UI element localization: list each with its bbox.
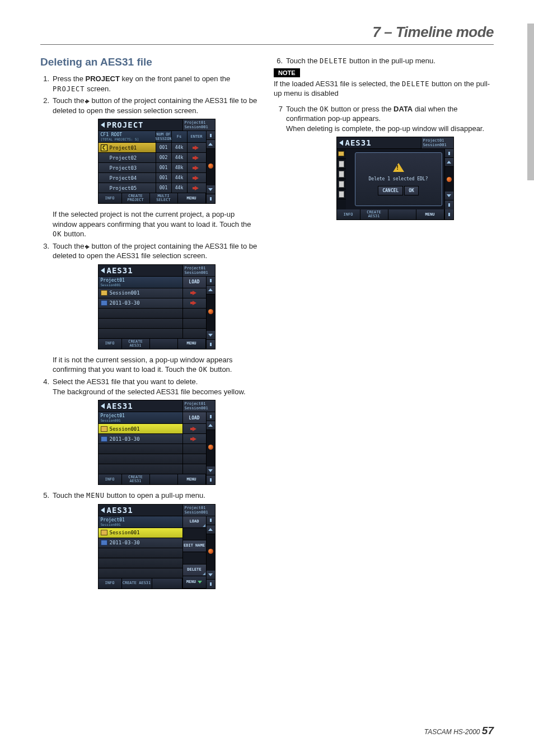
warning-icon [393,163,404,172]
folder-icon [101,530,107,535]
step-num: 7 [274,104,283,134]
note-text: If the loaded AES31 file is selected, th… [274,79,494,99]
cancel-button[interactable]: CANCEL [378,186,403,195]
arrow-right-icon [195,146,199,150]
project-row[interactable]: Project04 001 44k [99,173,206,183]
current-marker-icon: C [101,144,107,151]
info-button[interactable]: INFO [99,578,122,589]
document-icon [339,181,344,188]
folder-icon [101,540,107,545]
lcd-aes31-screen-selected: AES31 Project01Session001 Project01Sessi… [98,400,216,485]
menu-button[interactable]: MENU [178,339,206,349]
side-icon-column [337,149,346,209]
page-footer: TASCAM HS-2000 57 [424,725,494,737]
scrollbar[interactable] [206,277,215,349]
step-body: Select the AES31 file that you want to d… [53,377,260,396]
back-icon[interactable] [101,122,105,128]
ok-button[interactable]: OK [404,186,419,195]
create-project-button[interactable]: CREATE PROJECT [122,193,150,203]
lcd-subtitle: Project01 Session001 [182,119,215,130]
back-icon[interactable] [339,140,343,146]
info-button[interactable]: INFO [99,193,122,203]
enter-button[interactable] [187,173,206,183]
project-row[interactable]: CProject01 001 44k [99,143,206,153]
folder-icon [338,151,344,156]
create-aes31-button[interactable]: CREATE AES31 [122,339,150,349]
document-icon [339,171,344,178]
arrow-right-icon [86,245,90,249]
load-button[interactable]: LOAD [182,412,206,423]
back-icon[interactable] [101,268,105,273]
info-button[interactable]: INFO [99,339,122,349]
lcd-subtitle: Project01Session001 [182,265,215,276]
step-body: Press the PROJECT key on the front panel… [53,74,260,94]
scrollbar[interactable] [444,149,453,209]
project-row[interactable]: Project02 002 44k [99,153,206,163]
section-title: Deleting an AES31 file [40,56,260,68]
note-badge: NOTE [274,68,300,77]
aes31-row[interactable]: 2011-03-30 [99,538,182,548]
lcd-path: CF1 ROOT [TOTAL PROJECTS: 5] [99,131,156,142]
enter-button[interactable] [187,143,206,152]
col-header: Fs [171,131,187,142]
create-aes31-button[interactable]: CREATE AES31 [360,209,388,220]
scroll-down-icon[interactable] [207,185,215,194]
menu-button[interactable]: MENU [178,193,206,203]
back-icon[interactable] [101,403,105,409]
arrow-right-icon [86,99,90,104]
aes31-row[interactable]: Session001 [99,528,182,538]
menu-button[interactable]: MENU [183,576,206,589]
step-num: 1. [40,74,49,94]
enter-button[interactable] [182,434,206,444]
create-aes31-button[interactable]: CREATE AES31 [122,578,152,589]
step-body: Touch the OK button or press the DATA di… [286,104,494,134]
step-num: 2. [40,96,49,115]
enter-button[interactable] [182,298,206,308]
create-aes31-button[interactable]: CREATE AES31 [122,474,150,484]
enter-button[interactable] [187,163,206,172]
lcd-path: Project01Session001 [99,412,182,423]
info-button[interactable]: INFO [99,474,122,484]
footer-brand: TASCAM HS-2000 [424,728,480,736]
multi-select-button[interactable]: MULTI SELECT [150,193,178,203]
chapter-header: 7 – Timeline mode [40,24,494,45]
pullup-load-button[interactable]: LOAD [183,516,206,529]
step-num: 4. [40,377,49,396]
pullup-edit-name-button[interactable]: EDIT NAME [183,540,206,553]
step-num: 5. [40,491,49,501]
load-button[interactable]: LOAD [182,277,206,288]
project-row[interactable]: Project03 001 48k [99,163,206,173]
lcd-aes31-screen: AES31 Project01Session001 Project01Sessi… [98,264,216,349]
scrollbar[interactable] [206,516,215,589]
aes31-row[interactable]: 2011-03-30 [99,298,206,309]
lcd-title: AES31 [107,266,133,275]
scroll-up-icon[interactable] [207,140,215,149]
menu-button[interactable]: MENU [178,474,206,484]
enter-button[interactable] [187,183,206,193]
project-row[interactable]: Project05 001 44k [99,183,206,193]
scroll-top-icon[interactable] [207,131,215,140]
enter-button[interactable] [182,288,206,298]
page-number: 57 [482,725,494,736]
menu-button[interactable]: MENU [416,209,444,220]
folder-icon [101,290,107,296]
step-body: Touch the MENU button to open a pull-up … [53,491,260,501]
document-icon [339,161,344,167]
step-body: Touch the button of the project containi… [53,241,260,261]
scroll-bottom-icon[interactable] [207,194,215,203]
scroll-thumb-icon[interactable] [208,164,213,169]
lcd-project-screen: PROJECT Project01 Session001 CF1 ROOT [98,119,216,204]
aes31-row[interactable]: 2011-03-30 [99,434,206,444]
info-button[interactable]: INFO [337,209,360,220]
enter-button[interactable] [182,424,206,433]
lcd-confirm-screen: AES31 Project01Session001 [336,137,454,220]
back-icon[interactable] [101,507,105,513]
aes31-row[interactable]: Session001 [99,424,206,434]
scrollbar[interactable] [206,131,215,203]
pullup-delete-button[interactable]: DELETE [183,564,206,577]
aes31-row[interactable]: Session001 [99,288,206,298]
lcd-title: PROJECT [107,120,144,129]
enter-button[interactable] [187,153,206,162]
scrollbar[interactable] [206,412,215,484]
confirm-dialog: Delete 1 selected EDL? CANCEL OK [355,152,442,206]
